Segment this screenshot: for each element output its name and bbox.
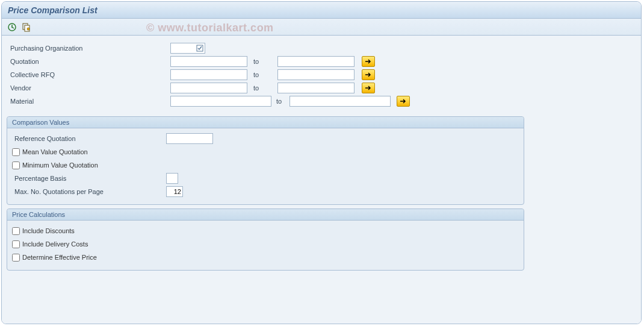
input-reference-quotation[interactable] bbox=[166, 133, 213, 144]
row-include-delivery: Include Delivery Costs bbox=[12, 237, 519, 251]
selection-block: Purchasing Organization Quotation bbox=[7, 40, 636, 113]
row-purchasing-org: Purchasing Organization bbox=[8, 42, 635, 55]
variant-icon bbox=[22, 22, 31, 32]
input-vendor-from[interactable] bbox=[170, 83, 247, 93]
input-quotation-to[interactable] bbox=[277, 56, 355, 67]
get-variant-button[interactable] bbox=[21, 22, 32, 33]
row-minimum-value: Minimum Value Quotation bbox=[12, 158, 519, 172]
to-label-quotation: to bbox=[251, 58, 277, 65]
row-material: Material to bbox=[8, 95, 635, 108]
multiple-selection-material[interactable] bbox=[397, 96, 410, 107]
page-title: Price Comparison List bbox=[8, 5, 98, 15]
groupbox-comparison-values: Comparison Values Reference Quotation Me… bbox=[7, 116, 524, 205]
label-max-quotations: Max. No. Quotations per Page bbox=[12, 188, 166, 195]
input-percentage-basis[interactable] bbox=[166, 173, 178, 184]
multiple-selection-collective-rfq[interactable] bbox=[362, 69, 375, 80]
svg-point-4 bbox=[27, 28, 29, 30]
groupbox-header-comparison: Comparison Values bbox=[7, 117, 524, 128]
row-include-discounts: Include Discounts bbox=[12, 224, 519, 237]
checkbox-determine-price[interactable] bbox=[12, 254, 20, 262]
arrow-right-icon bbox=[365, 72, 372, 78]
input-material-from[interactable] bbox=[170, 96, 271, 107]
row-max-quotations: Max. No. Quotations per Page bbox=[12, 185, 519, 198]
label-include-delivery: Include Delivery Costs bbox=[22, 240, 88, 248]
label-purchasing-org: Purchasing Organization bbox=[8, 45, 170, 52]
label-mean-value: Mean Value Quotation bbox=[22, 148, 88, 155]
row-vendor: Vendor to bbox=[8, 81, 635, 95]
label-material: Material bbox=[8, 98, 170, 105]
row-collective-rfq: Collective RFQ to bbox=[8, 68, 635, 81]
arrow-right-icon bbox=[365, 85, 372, 91]
input-max-quotations[interactable] bbox=[166, 186, 183, 197]
to-label-material: to bbox=[274, 98, 289, 105]
input-vendor-to[interactable] bbox=[277, 83, 355, 93]
label-include-discounts: Include Discounts bbox=[22, 227, 75, 234]
input-collective-rfq-to[interactable] bbox=[277, 69, 355, 80]
to-label-collective-rfq: to bbox=[251, 71, 277, 78]
arrow-right-icon bbox=[400, 98, 407, 104]
input-collective-rfq-from[interactable] bbox=[170, 69, 247, 80]
content-area: Purchasing Organization Quotation bbox=[2, 36, 641, 324]
clock-execute-icon bbox=[7, 22, 17, 32]
label-percentage-basis: Percentage Basis bbox=[12, 175, 166, 182]
checkbox-include-delivery[interactable] bbox=[12, 240, 20, 248]
label-minimum-value: Minimum Value Quotation bbox=[22, 161, 98, 169]
toolbar bbox=[2, 19, 641, 36]
groupbox-header-price-calc: Price Calculations bbox=[7, 209, 524, 221]
title-bar: Price Comparison List bbox=[2, 2, 641, 19]
row-reference-quotation: Reference Quotation bbox=[12, 132, 519, 145]
execute-button[interactable] bbox=[7, 22, 17, 33]
label-reference-quotation: Reference Quotation bbox=[12, 135, 166, 142]
row-percentage-basis: Percentage Basis bbox=[12, 172, 519, 185]
checkbox-include-discounts[interactable] bbox=[12, 227, 20, 235]
label-collective-rfq: Collective RFQ bbox=[8, 71, 170, 78]
input-material-to[interactable] bbox=[289, 96, 391, 107]
multiple-selection-quotation[interactable] bbox=[362, 56, 375, 67]
arrow-right-icon bbox=[365, 58, 372, 64]
checkbox-mean-value[interactable] bbox=[12, 148, 20, 156]
search-help-icon[interactable] bbox=[195, 43, 205, 53]
row-determine-price: Determine Effective Price bbox=[12, 251, 519, 264]
to-label-vendor: to bbox=[251, 84, 277, 92]
svg-point-1 bbox=[11, 27, 13, 28]
label-quotation: Quotation bbox=[8, 58, 170, 65]
label-determine-price: Determine Effective Price bbox=[22, 254, 97, 261]
row-quotation: Quotation to bbox=[8, 55, 635, 68]
label-vendor: Vendor bbox=[8, 84, 170, 92]
multiple-selection-vendor[interactable] bbox=[362, 83, 375, 93]
groupbox-price-calculations: Price Calculations Include Discounts Inc… bbox=[7, 208, 524, 271]
input-quotation-from[interactable] bbox=[170, 56, 247, 67]
checkbox-minimum-value[interactable] bbox=[12, 161, 20, 169]
row-mean-value: Mean Value Quotation bbox=[12, 145, 519, 158]
